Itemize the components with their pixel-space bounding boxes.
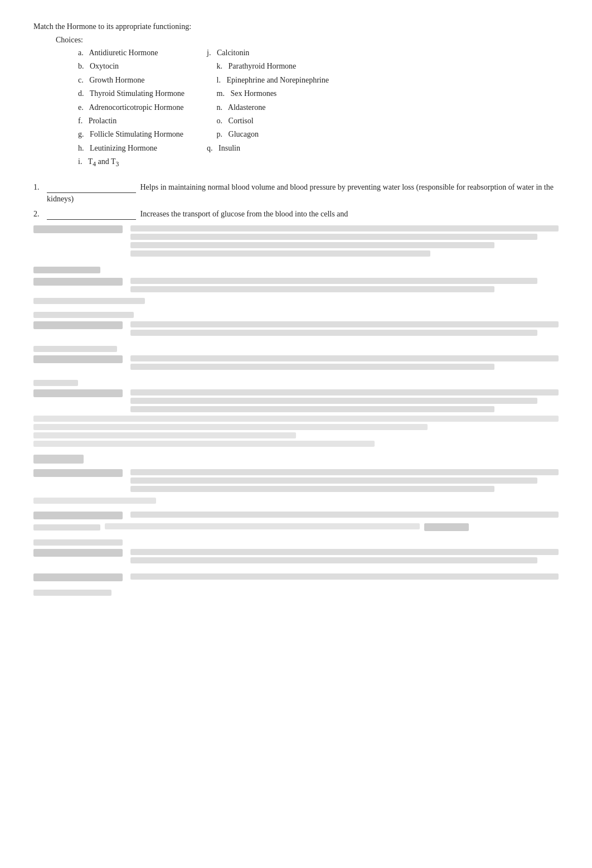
choice-o-label: Cortisol bbox=[229, 117, 254, 125]
choices-columns: a. Antidiuretic Hormone b. Oxytocin c. G… bbox=[78, 47, 559, 170]
choice-q: q. Insulin bbox=[207, 142, 329, 155]
choice-p-label: Glucagon bbox=[229, 130, 259, 138]
choice-m-letter: m. bbox=[217, 89, 225, 98]
blurred-group-2 bbox=[33, 278, 559, 304]
blurred-blank-8 bbox=[33, 549, 123, 557]
choice-c: c. Growth Hormone bbox=[78, 74, 185, 86]
q2-content: Increases the transport of glucose from … bbox=[47, 208, 348, 220]
choice-l-letter: l. bbox=[217, 76, 221, 84]
choice-a: a. Antidiuretic Hormone bbox=[78, 47, 185, 59]
choice-e: e. Adrenocorticotropic Hormone bbox=[78, 102, 185, 114]
blurred-text-5 bbox=[130, 389, 559, 412]
blurred-blank-7 bbox=[33, 512, 123, 519]
choice-q-letter: q. bbox=[207, 144, 213, 152]
choice-a-label: Antidiuretic Hormone bbox=[89, 49, 158, 57]
blurred-heading-4 bbox=[33, 346, 117, 352]
question-2: 2. Increases the transport of glucose fr… bbox=[33, 208, 559, 220]
blurred-section-heading bbox=[33, 455, 84, 464]
question-1: 1. Helps in maintaining normal blood vol… bbox=[33, 181, 559, 205]
choice-k-label: Parathyroid Hormone bbox=[229, 62, 297, 70]
blurred-blank-5 bbox=[33, 389, 123, 397]
choice-m-label: Sex Hormones bbox=[230, 89, 276, 98]
choices-right-column: j. Calcitonin k. Parathyroid Hormone l. … bbox=[207, 47, 329, 170]
choice-k: k. Parathyroid Hormone bbox=[207, 60, 329, 73]
blurred-text-9 bbox=[130, 573, 559, 582]
choice-a-letter: a. bbox=[78, 49, 84, 57]
choice-i-letter: i. bbox=[78, 157, 82, 166]
choice-h-letter: h. bbox=[78, 144, 84, 152]
choice-d: d. Thyroid Stimulating Hormone bbox=[78, 88, 185, 100]
instructions: Match the Hormone to its appropriate fun… bbox=[33, 22, 559, 31]
choice-e-letter: e. bbox=[78, 103, 84, 112]
choice-d-label: Thyroid Stimulating Hormone bbox=[90, 89, 185, 98]
choice-p-letter: p. bbox=[217, 130, 223, 138]
blurred-heading-5 bbox=[33, 380, 78, 386]
choice-b: b. Oxytocin bbox=[78, 60, 185, 73]
blurred-heading-3 bbox=[33, 312, 134, 318]
blurred-group-8 bbox=[33, 539, 559, 566]
choices-left-column: a. Antidiuretic Hormone b. Oxytocin c. G… bbox=[78, 47, 185, 170]
blurred-group-6 bbox=[33, 469, 559, 504]
blurred-blank-1 bbox=[33, 225, 123, 233]
choice-b-label: Oxytocin bbox=[90, 62, 119, 70]
blurred-group-1 bbox=[33, 225, 559, 259]
choices-label: Choices: bbox=[56, 36, 559, 45]
choice-j-label: Calcitonin bbox=[217, 49, 249, 57]
choice-i-label: T4 and T3 bbox=[88, 157, 119, 166]
q2-answer-blank[interactable] bbox=[47, 211, 136, 220]
choice-n: n. Aldasterone bbox=[207, 102, 329, 114]
choice-h-label: Leutinizing Hormone bbox=[90, 144, 157, 152]
blurred-text-6 bbox=[130, 469, 559, 494]
choice-e-label: Adrenocorticotropic Hormone bbox=[89, 103, 183, 112]
blurred-blank-4 bbox=[33, 355, 123, 363]
blurred-group-3 bbox=[33, 321, 559, 338]
choice-f-label: Prolactin bbox=[89, 117, 117, 125]
choice-j: j. Calcitonin bbox=[207, 47, 329, 59]
q1-content: Helps in maintaining normal blood volume… bbox=[47, 181, 559, 205]
choice-d-letter: d. bbox=[78, 89, 84, 98]
blurred-subheading-8 bbox=[33, 539, 123, 546]
blurred-blank-2 bbox=[33, 278, 123, 286]
blurred-group-5 bbox=[33, 389, 559, 447]
choice-o-letter: o. bbox=[217, 117, 223, 125]
q2-number: 2. bbox=[33, 208, 47, 220]
choice-m: m. Sex Hormones bbox=[207, 88, 329, 100]
blurred-questions bbox=[33, 225, 559, 596]
choice-c-letter: c. bbox=[78, 76, 84, 84]
choice-q-label: Insulin bbox=[219, 144, 240, 152]
q1-number: 1. bbox=[33, 181, 47, 193]
blurred-blank-6 bbox=[33, 469, 123, 477]
blurred-text-3 bbox=[130, 321, 559, 338]
blurred-text-4 bbox=[130, 355, 559, 372]
choice-g: g. Follicle Stimulating Hormone bbox=[78, 128, 185, 141]
q1-answer-blank[interactable] bbox=[47, 184, 136, 193]
choice-f-letter: f. bbox=[78, 117, 83, 125]
page-container: Match the Hormone to its appropriate fun… bbox=[33, 22, 559, 596]
instructions-text: Match the Hormone to its appropriate fun… bbox=[33, 22, 191, 31]
blurred-text-8 bbox=[130, 549, 559, 566]
choice-p: p. Glucagon bbox=[207, 128, 329, 141]
questions-section: 1. Helps in maintaining normal blood vol… bbox=[33, 181, 559, 596]
choice-g-letter: g. bbox=[78, 130, 84, 138]
blurred-group-7 bbox=[33, 512, 559, 532]
choice-l: l. Epinephrine and Norepinephrine bbox=[207, 74, 329, 86]
choice-c-label: Growth Hormone bbox=[89, 76, 144, 84]
choice-k-letter: k. bbox=[217, 62, 223, 70]
choice-i: i. T4 and T3 bbox=[78, 156, 185, 170]
blurred-group-4 bbox=[33, 355, 559, 372]
blurred-blank-3 bbox=[33, 321, 123, 329]
choice-n-letter: n. bbox=[217, 103, 223, 112]
choice-h: h. Leutinizing Hormone bbox=[78, 142, 185, 155]
choice-l-label: Epinephrine and Norepinephrine bbox=[226, 76, 329, 84]
blurred-group-9 bbox=[33, 573, 559, 582]
blurred-heading-2 bbox=[33, 267, 100, 273]
blurred-text-2 bbox=[130, 278, 559, 295]
choice-n-label: Aldasterone bbox=[228, 103, 266, 112]
choice-g-label: Follicle Stimulating Hormone bbox=[90, 130, 183, 138]
choice-j-letter: j. bbox=[207, 49, 211, 57]
blurred-blank-9 bbox=[33, 573, 123, 581]
choice-f: f. Prolactin bbox=[78, 115, 185, 127]
q2-text: Increases the transport of glucose from … bbox=[140, 210, 348, 218]
choice-o: o. Cortisol bbox=[207, 115, 329, 127]
blurred-heading-10 bbox=[33, 590, 111, 596]
